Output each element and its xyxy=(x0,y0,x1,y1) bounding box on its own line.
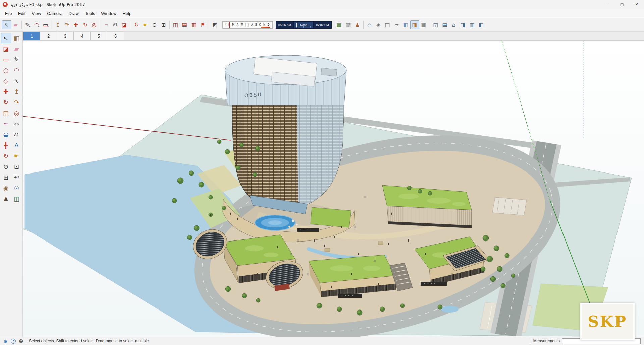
view-back-button[interactable]: ▥ xyxy=(468,20,477,29)
make-component-button[interactable]: ◧ xyxy=(12,33,22,43)
circle-tool-button[interactable]: ○ xyxy=(1,65,11,75)
offset-button[interactable]: ◎ xyxy=(90,20,99,29)
arc-button[interactable]: ◠▾ xyxy=(32,20,41,29)
model-canvas[interactable]: OBSU xyxy=(23,41,644,337)
push-pull-tool-button[interactable]: ↥ xyxy=(12,87,22,97)
scene-tab-2[interactable]: 2 xyxy=(40,32,57,40)
line-button[interactable]: ✎▾ xyxy=(23,20,32,29)
text-tool-button[interactable]: A1 xyxy=(12,130,22,140)
menu-file[interactable]: File xyxy=(2,10,15,17)
orbit-tool-button[interactable]: ↻ xyxy=(1,151,11,161)
menu-view[interactable]: View xyxy=(29,10,44,17)
menu-edit[interactable]: Edit xyxy=(15,10,29,17)
wireframe-style-button[interactable]: □ xyxy=(383,20,392,29)
rotate-button[interactable]: ↻ xyxy=(80,20,90,29)
geo-terrain-button[interactable]: ▩ xyxy=(335,20,344,29)
text-button[interactable]: A1 xyxy=(111,20,120,29)
view-front-button[interactable]: ⌂ xyxy=(449,20,459,29)
scene-tab-5[interactable]: 5 xyxy=(91,32,107,40)
shaded-style-button[interactable]: ◧ xyxy=(401,20,410,29)
shadow-noon-label[interactable]: Noon xyxy=(294,21,313,29)
view-left-button[interactable]: ◧ xyxy=(477,20,486,29)
help-icon[interactable]: ? xyxy=(11,339,16,344)
follow-me-button[interactable]: ↷ xyxy=(62,20,71,29)
move-button[interactable]: ✚ xyxy=(71,20,80,29)
add-location-button[interactable]: ⚑ xyxy=(198,20,207,29)
scene-tab-4[interactable]: 4 xyxy=(74,32,91,40)
scene-tab-6[interactable]: 6 xyxy=(107,32,124,40)
pan-button[interactable]: ☛ xyxy=(141,20,150,29)
arc-tool-button[interactable]: ◠ xyxy=(12,65,22,75)
month-marker[interactable] xyxy=(229,22,230,28)
scene-tab-3[interactable]: 3 xyxy=(57,32,74,40)
select-button[interactable]: ↖ xyxy=(2,20,11,29)
section-plane-button[interactable]: ◫ xyxy=(171,20,180,29)
eraser-button[interactable]: ▰ xyxy=(11,20,20,29)
menu-help[interactable]: Help xyxy=(120,10,135,17)
look-around-tool-button[interactable]: ☉ xyxy=(12,183,22,193)
hidden-line-style-button[interactable]: ▱ xyxy=(392,20,401,29)
shadow-month-slider[interactable]: JFMAMJJASOND xyxy=(222,21,273,29)
walk-person-tool-button[interactable]: ♟ xyxy=(1,194,11,204)
display-section-planes-button[interactable]: ▤ xyxy=(180,20,189,29)
zoom-tool-button[interactable]: ⊙ xyxy=(1,162,11,172)
protractor-tool-button[interactable]: ◒ xyxy=(1,130,11,140)
scene-tab-1[interactable]: 1 xyxy=(23,32,40,40)
push-pull-button[interactable]: ↥ xyxy=(53,20,62,29)
minimize-button[interactable]: – xyxy=(600,0,614,9)
geolocation-icon[interactable]: ◉ xyxy=(3,338,8,344)
paint-bucket-button[interactable]: ◪ xyxy=(120,20,129,29)
view-iso-button[interactable]: ◱ xyxy=(431,20,440,29)
pan-tool-button[interactable]: ☛ xyxy=(12,151,22,161)
close-button[interactable]: ✕ xyxy=(629,0,644,9)
rectangle-flyout-arrow[interactable]: ▾ xyxy=(47,25,49,28)
view-top-button[interactable]: ▤ xyxy=(440,20,449,29)
orbit-button[interactable]: ↻ xyxy=(132,20,141,29)
back-edges-style-button[interactable]: ◈ xyxy=(374,20,383,29)
freehand-tool-button[interactable]: ∿ xyxy=(12,76,22,86)
shadow-settings-button[interactable]: ◩ xyxy=(210,20,219,29)
rectangle-button[interactable]: ▭▾ xyxy=(41,20,50,29)
scale-tool-button[interactable]: ◱ xyxy=(1,108,11,118)
offset-tool-button[interactable]: ◎ xyxy=(12,108,22,118)
menu-camera[interactable]: Camera xyxy=(44,10,65,17)
display-section-cuts-button[interactable]: ▥ xyxy=(189,20,198,29)
arc-flyout-arrow[interactable]: ▾ xyxy=(38,25,40,28)
menu-tools[interactable]: Tools xyxy=(82,10,98,17)
previous-view-tool-button[interactable]: ↶ xyxy=(12,172,22,183)
3d-text-tool-button[interactable]: A xyxy=(12,140,22,150)
xray-style-button[interactable]: ◇ xyxy=(365,20,374,29)
polygon-tool-button[interactable]: ◇ xyxy=(1,76,11,86)
paint-bucket-tool-button[interactable]: ◪ xyxy=(1,44,11,54)
menu-draw[interactable]: Draw xyxy=(66,10,82,17)
select-tool-button[interactable]: ↖ xyxy=(1,33,11,43)
line-flyout-arrow[interactable]: ▾ xyxy=(29,25,30,28)
axes-tool-button[interactable]: ╋ xyxy=(1,140,11,150)
zoom-window-tool-button[interactable]: ⊡ xyxy=(12,162,22,172)
line-tool-button[interactable]: ✎ xyxy=(12,55,22,65)
position-camera-tool-button[interactable]: ◉ xyxy=(1,183,11,193)
section-plane-tool-button[interactable]: ◫ xyxy=(12,194,22,204)
photo-textures-button[interactable]: ▨ xyxy=(344,20,353,29)
3d-viewport[interactable]: OBSU xyxy=(23,41,644,337)
view-right-button[interactable]: ◨ xyxy=(459,20,468,29)
zoom-extents-button[interactable]: ⊞ xyxy=(159,20,168,29)
follow-me-tool-button[interactable]: ↷ xyxy=(12,97,22,108)
tape-measure-button[interactable]: ┅ xyxy=(102,20,111,29)
rotate-tool-button[interactable]: ↻ xyxy=(1,97,11,108)
walk-tool-button[interactable]: ♟ xyxy=(353,20,362,29)
move-tool-button[interactable]: ✚ xyxy=(1,87,11,97)
maximize-button[interactable]: ▢ xyxy=(614,0,629,9)
monochrome-style-button[interactable]: ▣ xyxy=(419,20,428,29)
rectangle-tool-button[interactable]: ▭ xyxy=(1,55,11,65)
zoom-button[interactable]: ⊙ xyxy=(150,20,159,29)
dimension-tool-button[interactable]: ↔ xyxy=(12,119,22,129)
eraser-tool-button[interactable]: ▰ xyxy=(12,44,22,54)
shaded-textures-style-button[interactable]: ◨ xyxy=(410,20,419,29)
user-icon[interactable]: ☻ xyxy=(18,338,24,344)
mall-building-northeast[interactable] xyxy=(382,185,472,228)
zoom-extents-tool-button[interactable]: ⊞ xyxy=(1,172,11,183)
pavilion-structure-east[interactable] xyxy=(492,197,527,215)
tape-measure-tool-button[interactable]: ┅ xyxy=(1,119,11,129)
menu-window[interactable]: Window xyxy=(98,10,119,17)
